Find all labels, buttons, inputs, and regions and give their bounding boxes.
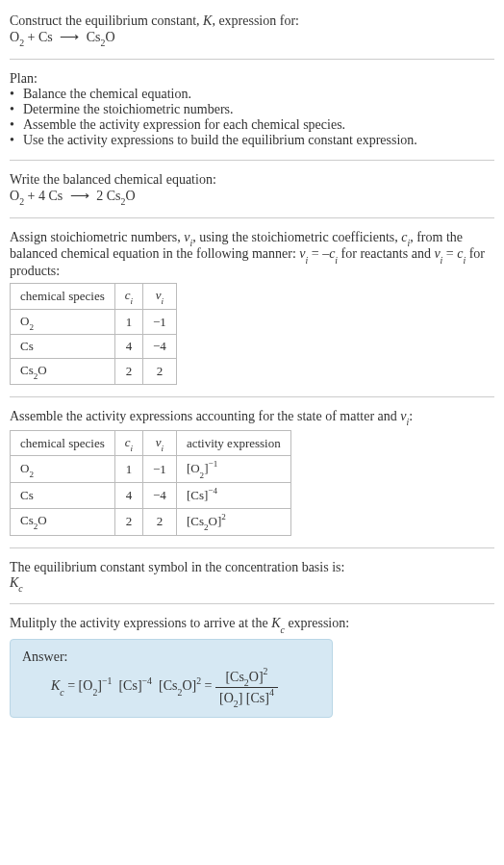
plan-item: •Assemble the activity expression for ea… [10, 117, 494, 133]
cell-c: 2 [114, 508, 142, 535]
kc-symbol-block: The equilibrium constant symbol in the c… [10, 554, 494, 598]
intro-K: K [203, 13, 212, 28]
species-Cs: Cs [48, 189, 63, 203]
cell-species: O2 [11, 456, 115, 483]
stoich-table: chemical species ci νi O2 1 −1 Cs 4 −4 C… [10, 283, 177, 385]
cell-c: 1 [114, 309, 142, 335]
table-row: chemical species ci νi [11, 284, 177, 310]
table-row: O2 1 −1 [O2]−1 [11, 456, 291, 483]
activity-table: chemical species ci νi activity expressi… [10, 430, 291, 536]
col-species: chemical species [11, 284, 115, 310]
col-ci: ci [114, 430, 142, 456]
bullet-icon: • [10, 133, 23, 148]
multiply-text: Mulitply the activity expressions to arr… [10, 616, 494, 633]
kc-symbol-text: The equilibrium constant symbol in the c… [10, 560, 494, 575]
activity-text: Assemble the activity expressions accoun… [10, 409, 494, 426]
table-row: O2 1 −1 [11, 309, 177, 335]
cell-nu: −4 [143, 483, 177, 508]
divider [10, 59, 494, 60]
plan-item: •Balance the chemical equation. [10, 87, 494, 102]
table-row: Cs 4 −4 [Cs]−4 [11, 483, 291, 508]
species-Cs2O: Cs2O [107, 189, 136, 203]
cell-activity: [Cs2O]2 [176, 508, 290, 535]
divider [10, 217, 494, 218]
plus: + [24, 30, 38, 44]
divider [10, 547, 494, 548]
species-O2: O2 [10, 189, 24, 203]
cell-species: Cs2O [11, 359, 115, 385]
cell-activity: [Cs]−4 [176, 483, 290, 508]
table-row: Cs2O 2 2 [11, 359, 177, 385]
reaction-arrow-icon: ⟶ [66, 188, 93, 204]
col-species: chemical species [11, 430, 115, 456]
fraction: [Cs2O]2 [O2] [Cs]4 [215, 667, 278, 707]
cell-c: 4 [114, 483, 142, 508]
col-nui: νi [143, 430, 177, 456]
bullet-icon: • [10, 87, 23, 102]
intro-text-a: Construct the equilibrium constant, [10, 13, 203, 28]
col-ci: ci [114, 284, 142, 310]
intro-line1: Construct the equilibrium constant, K, e… [10, 13, 494, 29]
coeff-4: 4 [38, 189, 45, 203]
balanced-block: Write the balanced chemical equation: O2… [10, 166, 494, 212]
stoich-block: Assign stoichiometric numbers, νi, using… [10, 224, 494, 391]
cell-c: 4 [114, 335, 142, 359]
cell-species: O2 [11, 309, 115, 335]
unbalanced-equation: O2 + Cs ⟶ Cs2O [10, 29, 494, 47]
kc-expression: Kc = [O2]−1 [Cs]−4 [Cs2O]2 = [Cs2O]2 [O2… [22, 667, 320, 707]
cell-species: Cs [11, 335, 115, 359]
intro-block: Construct the equilibrium constant, K, e… [10, 8, 494, 53]
cell-species: Cs2O [11, 508, 115, 535]
table-row: Cs 4 −4 [11, 335, 177, 359]
reaction-arrow-icon: ⟶ [56, 29, 83, 45]
species-O2: O2 [10, 30, 24, 44]
divider [10, 396, 494, 397]
balanced-equation: O2 + 4 Cs ⟶ 2 Cs2O [10, 188, 494, 206]
answer-label: Answer: [22, 649, 320, 665]
table-row: Cs2O 2 2 [Cs2O]2 [11, 508, 291, 535]
cell-species: Cs [11, 483, 115, 508]
col-activity: activity expression [176, 430, 290, 456]
cell-nu: 2 [143, 508, 177, 535]
col-nui: νi [143, 284, 177, 310]
cell-nu: −1 [143, 309, 177, 335]
plan-block: Plan: •Balance the chemical equation. •D… [10, 65, 494, 154]
final-block: Mulitply the activity expressions to arr… [10, 610, 494, 724]
bullet-icon: • [10, 117, 23, 133]
cell-c: 1 [114, 456, 142, 483]
divider [10, 160, 494, 161]
balanced-heading: Write the balanced chemical equation: [10, 172, 494, 188]
cell-nu: −1 [143, 456, 177, 483]
kc-symbol: Kc [10, 575, 494, 593]
coeff-2: 2 [96, 189, 103, 203]
stoich-text: Assign stoichiometric numbers, νi, using… [10, 230, 494, 280]
answer-box: Answer: Kc = [O2]−1 [Cs]−4 [Cs2O]2 = [Cs… [10, 639, 333, 718]
divider [10, 603, 494, 604]
species-Cs2O: Cs2O [87, 30, 115, 44]
cell-nu: 2 [143, 359, 177, 385]
fraction-numerator: [Cs2O]2 [215, 667, 278, 687]
bullet-icon: • [10, 102, 23, 117]
fraction-denominator: [O2] [Cs]4 [215, 688, 278, 707]
cell-c: 2 [114, 359, 142, 385]
plan-item: •Determine the stoichiometric numbers. [10, 102, 494, 117]
plan-item: •Use the activity expressions to build t… [10, 133, 494, 148]
cell-activity: [O2]−1 [176, 456, 290, 483]
table-row: chemical species ci νi activity expressi… [11, 430, 291, 456]
intro-text-b: , expression for: [212, 13, 299, 28]
activity-block: Assemble the activity expressions accoun… [10, 403, 494, 542]
cell-nu: −4 [143, 335, 177, 359]
plan-heading: Plan: [10, 71, 494, 87]
species-Cs: Cs [38, 30, 53, 44]
